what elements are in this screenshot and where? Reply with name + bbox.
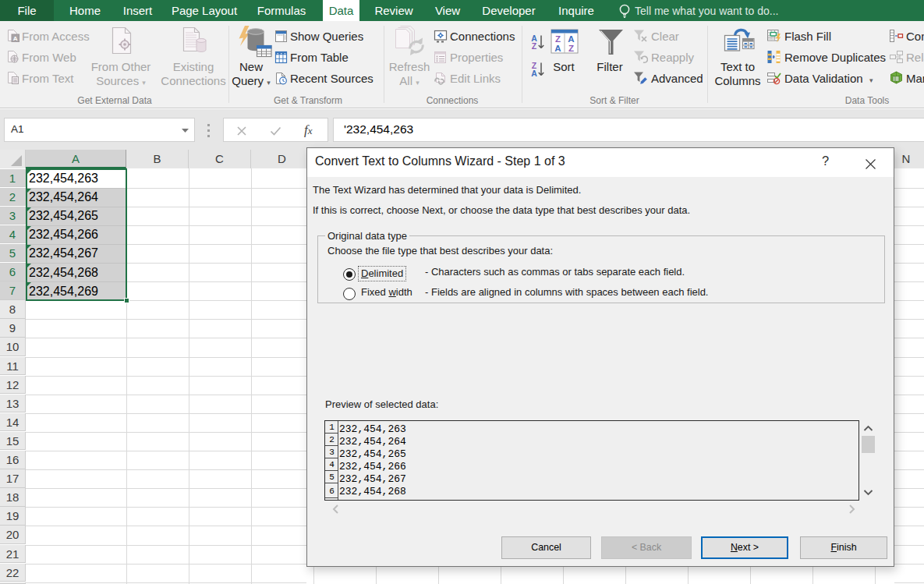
svg-text:A: A [568, 34, 574, 44]
svg-text:Z: Z [532, 41, 537, 51]
svg-text:Z: Z [568, 44, 574, 53]
svg-text:A: A [13, 35, 18, 42]
svg-text:Z: Z [555, 34, 561, 44]
svg-text:A: A [554, 44, 561, 53]
